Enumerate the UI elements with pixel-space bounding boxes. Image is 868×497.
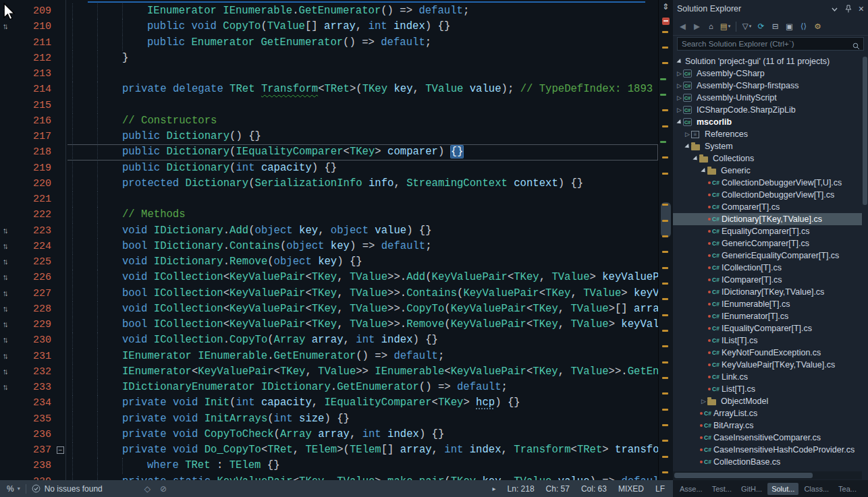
tool-window-tab[interactable]: Class... <box>800 483 833 495</box>
code-line[interactable]: void IDictionary.Add(object key, object … <box>0 223 658 239</box>
tool-window-tab[interactable]: Test... <box>708 483 736 495</box>
line-indicator[interactable]: Ln: 218 <box>508 484 535 494</box>
code-line[interactable]: // Methods <box>0 207 658 223</box>
code-line[interactable]: private void CopyToCheck(Array array, in… <box>0 427 658 442</box>
code-line[interactable]: public Dictionary() {} <box>0 129 658 144</box>
override-indicator-icon[interactable]: ↑↓ <box>3 317 7 332</box>
code-line[interactable]: // Constructors <box>0 113 658 129</box>
expanded-arrow-icon[interactable] <box>676 60 683 63</box>
code-line[interactable]: IEnumerator<KeyValuePair<TKey, TValue>> … <box>0 364 658 380</box>
settings-wrench-icon[interactable]: ⚙ <box>812 21 823 32</box>
collapse-all-icon[interactable]: ⊟ <box>769 21 781 32</box>
tree-item[interactable]: C#IList[T].cs <box>673 334 862 347</box>
collapsed-arrow-icon[interactable]: ▷ <box>676 82 683 89</box>
expanded-arrow-icon[interactable] <box>692 157 699 160</box>
override-indicator-icon[interactable]: ↑↓ <box>3 380 7 395</box>
search-icon[interactable] <box>852 40 860 53</box>
tree-item[interactable]: C#CaseInsensitiveHashCodeProvider.cs <box>673 444 862 456</box>
show-all-files-icon[interactable]: ⟨⟩ <box>798 21 809 32</box>
tree-item[interactable]: ▷C#Assembly-UnityScript <box>673 92 862 104</box>
tree-item[interactable]: C#Link.cs <box>673 371 862 383</box>
properties-icon[interactable]: ▣ <box>784 21 795 32</box>
code-line[interactable]: public Dictionary(IEqualityComparer<TKey… <box>0 144 658 160</box>
override-indicator-icon[interactable]: ↑↓ <box>3 349 7 364</box>
diamond-icon[interactable]: ◇ <box>144 484 151 494</box>
collapsed-arrow-icon[interactable]: ▷ <box>684 131 691 138</box>
tree-item[interactable]: Solution 'project-gui' (11 of 11 project… <box>673 55 862 67</box>
expanded-arrow-icon[interactable] <box>700 169 707 173</box>
tree-item[interactable]: C#IEnumerator[T].cs <box>673 310 862 322</box>
tree-item[interactable]: C#CaseInsensitiveComparer.cs <box>673 432 862 444</box>
code-line[interactable]: public Enumerator GetEnumerator() => def… <box>0 35 658 51</box>
home-icon[interactable]: ⌂ <box>705 21 717 32</box>
tree-item[interactable]: ▷C#Assembly-CSharp-firstpass <box>673 80 862 92</box>
tree-item[interactable]: C#List[T].cs <box>673 383 862 395</box>
tree-item[interactable]: C#CollectionDebuggerView[T,U].cs <box>673 177 862 189</box>
code-line[interactable]: public void CopyTo(TValue[] array, int i… <box>0 19 658 34</box>
code-line[interactable] <box>0 98 658 113</box>
override-indicator-icon[interactable]: ↑↓ <box>3 364 7 380</box>
code-line[interactable]: public Dictionary(int capacity) {} <box>0 160 658 176</box>
code-line[interactable]: void ICollection<KeyValuePair<TKey, TVal… <box>0 301 658 317</box>
tree-item[interactable]: C#BitArray.cs <box>673 419 862 432</box>
tree-item[interactable]: Collections <box>673 152 862 165</box>
expanded-arrow-icon[interactable] <box>676 121 683 124</box>
code-line[interactable]: private void Init(int capacity, IEqualit… <box>0 395 658 411</box>
panel-vertical-scrollbar[interactable] <box>863 57 867 205</box>
code-line[interactable]: bool ICollection<KeyValuePair<TKey, TVal… <box>0 286 658 301</box>
collapsed-arrow-icon[interactable]: ▷ <box>676 70 683 77</box>
tree-item[interactable]: C#GenericComparer[T].cs <box>673 237 862 250</box>
tree-item[interactable]: System <box>673 140 862 152</box>
code-line[interactable]: private delegate TRet Transform<TRet>(TK… <box>0 82 658 97</box>
code-line[interactable] <box>0 66 658 82</box>
code-line[interactable]: private void Do_CopyTo<TRet, TElem>(TEle… <box>0 442 658 458</box>
tree-item[interactable]: ▷ObjectModel <box>673 395 862 407</box>
tool-window-tab[interactable]: Solut... <box>767 483 798 495</box>
code-line[interactable] <box>0 192 658 207</box>
tree-item[interactable]: C#EqualityComparer[T].cs <box>673 225 862 237</box>
code-line[interactable]: IDictionaryEnumerator IDictionary.GetEnu… <box>0 380 658 395</box>
tool-window-tab[interactable]: GitH... <box>737 483 766 495</box>
fold-collapse-button[interactable]: − <box>57 446 64 454</box>
code-line[interactable]: } <box>0 51 658 66</box>
zoom-control[interactable]: % <box>7 484 14 494</box>
tree-item[interactable]: C#CollectionDebuggerView[T].cs <box>673 189 862 201</box>
sync-active-document-icon[interactable]: ⟳ <box>755 21 767 32</box>
pin-icon[interactable] <box>844 5 852 13</box>
split-editor-handle[interactable]: ⇕ <box>662 2 669 11</box>
tree-item[interactable]: C#CollectionBase.cs <box>673 456 862 468</box>
zoom-caret-icon[interactable]: ▾ <box>18 486 20 492</box>
tree-item[interactable]: C#GenericEqualityComparer[T].cs <box>673 250 862 262</box>
code-line[interactable]: bool ICollection<KeyValuePair<TKey, TVal… <box>0 317 658 332</box>
panel-horizontal-scrollbar[interactable] <box>673 471 862 479</box>
expanded-arrow-icon[interactable] <box>684 145 691 148</box>
tree-item[interactable]: C#Dictionary[TKey,TValue].cs <box>673 213 862 225</box>
override-indicator-icon[interactable]: ↑↓ <box>3 286 7 301</box>
override-indicator-icon[interactable]: ↑↓ <box>3 223 7 239</box>
mute-notifications-icon[interactable]: ⊘ <box>160 484 167 494</box>
encoding-indicator[interactable]: MIXED <box>618 484 644 494</box>
forward-icon[interactable]: ▶ <box>691 21 703 32</box>
tree-item[interactable]: C#mscorlib <box>673 116 862 128</box>
tree-item[interactable]: C#IEqualityComparer[T].cs <box>673 322 862 334</box>
tree-item[interactable]: C#ArrayList.cs <box>673 407 862 419</box>
tool-window-tab[interactable]: Tea... <box>834 483 861 495</box>
collapsed-arrow-icon[interactable]: ▷ <box>700 398 707 405</box>
panel-hscroll-thumb[interactable] <box>674 473 813 478</box>
tree-item[interactable]: C#IComparer[T].cs <box>673 274 862 286</box>
code-line[interactable]: IEnumerator IEnumerable.GetEnumerator() … <box>0 3 658 19</box>
tree-item[interactable]: Generic <box>673 165 862 177</box>
tool-window-tab[interactable]: Asse... <box>676 483 707 495</box>
override-indicator-icon[interactable]: ↑↓ <box>3 301 7 317</box>
chevron-down-icon[interactable] <box>831 5 838 13</box>
code-line[interactable]: private void InitArrays(int size) {} <box>0 411 658 427</box>
code-line[interactable]: private static KeyValuePair<TKey, TValue… <box>0 474 658 481</box>
code-line[interactable]: protected Dictionary(SerializationInfo i… <box>0 176 658 192</box>
code-line[interactable]: void ICollection.CopyTo(Array array, int… <box>0 332 658 348</box>
collapsed-arrow-icon[interactable]: ▷ <box>676 107 683 113</box>
editor-scrollbar[interactable]: ⇕ <box>658 0 673 480</box>
tree-item[interactable]: C#Comparer[T].cs <box>673 201 862 213</box>
override-indicator-icon[interactable]: ↑↓ <box>3 254 7 270</box>
tree-item[interactable]: C#KeyNotFoundException.cs <box>673 347 862 359</box>
code-line[interactable]: bool IDictionary.Contains(object key) =>… <box>0 239 658 254</box>
